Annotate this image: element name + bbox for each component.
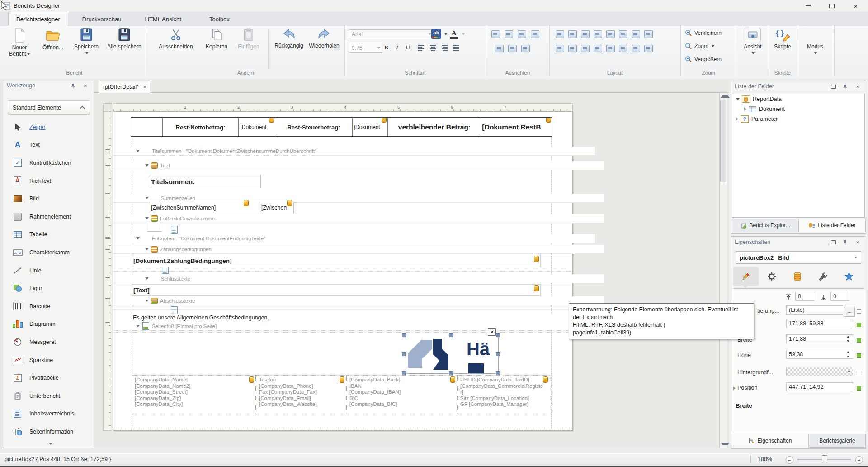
band-grip[interactable] [105, 192, 110, 195]
font-color-dropdown-icon[interactable] [462, 33, 465, 35]
redo-button[interactable]: Wiederholen [306, 28, 342, 49]
picture-box[interactable]: Hä [404, 335, 499, 374]
tab-liste-der-felder[interactable]: Liste der Felder [799, 219, 866, 232]
tool-diagramm[interactable]: Diagramm [3, 315, 94, 334]
bold-button[interactable]: B [382, 43, 391, 52]
scroll-down-icon[interactable] [721, 443, 730, 445]
center-vertically-icon[interactable] [619, 45, 627, 52]
align-justify-icon[interactable] [452, 44, 461, 52]
align-left-edges-icon[interactable] [505, 30, 513, 38]
band-fusszeile-gewerksumme[interactable]: FußzeileGewerksumme [113, 214, 604, 223]
maximize-button[interactable] [821, 0, 843, 12]
field-text[interactable]: [Text] [132, 284, 541, 296]
decrease-v-spacing-icon[interactable] [581, 45, 590, 52]
increase-v-spacing-icon[interactable] [568, 45, 577, 52]
tool-figur[interactable]: Figur [3, 279, 94, 297]
text-highlight-button[interactable]: ab [431, 29, 441, 39]
band-grip[interactable] [105, 216, 110, 219]
pin-icon[interactable] [841, 239, 849, 246]
tool-rahmenelement[interactable]: Rahmenelement [3, 208, 94, 226]
same-size-icon[interactable] [594, 30, 602, 38]
pin-icon[interactable] [69, 82, 76, 89]
table-cell-rest-netto-field[interactable]: [Dokument [238, 118, 275, 136]
company-column-legal[interactable]: USt.ID [CompanyData_TaxID][CompanyData_C… [457, 375, 550, 414]
remove-h-spacing-icon[interactable] [644, 30, 653, 38]
close-button[interactable]: × [844, 0, 867, 12]
tab-berichts-explorer[interactable]: Berichts Explor... [732, 219, 799, 232]
spinner-control[interactable] [847, 351, 852, 357]
expand-icon[interactable] [744, 107, 746, 111]
band-seitenfuss[interactable]: Seitenfuß [Einmal pro Seite] [113, 322, 595, 331]
table-cell-verbleibend-field[interactable]: [Dokument.RestB [481, 118, 552, 136]
table-cell-rest-netto-label[interactable]: Rest-Nettobetrag: [162, 118, 238, 136]
tool-messgeraet[interactable]: Messgerät [3, 333, 94, 351]
selection-handle[interactable] [496, 333, 500, 337]
table-cell-rest-steuer-label[interactable]: Rest-Steuerbetrag: [275, 118, 352, 136]
field-titelsummen-caption[interactable]: Titelsummen: [149, 175, 261, 188]
band-zahlungsbedingungen[interactable]: Zahlungsbedingungen [113, 245, 604, 254]
zoom-in-button[interactable]: Vergrößern [685, 55, 722, 63]
document-tab-close-icon[interactable]: × [143, 84, 146, 90]
band-abschlusstexte[interactable]: Abschlusstexte [113, 296, 604, 305]
tab-favorites[interactable] [836, 267, 862, 286]
table-cell-empty[interactable] [131, 118, 162, 136]
position-row[interactable]: Position 447,71; 14,92 [732, 382, 865, 394]
bring-to-front-icon[interactable] [632, 45, 640, 52]
smart-tag-button[interactable]: > [488, 328, 496, 336]
ellipsis-button[interactable]: ... [844, 307, 855, 317]
copy-button[interactable]: Kopieren [200, 28, 233, 50]
field-empty-cell[interactable] [147, 224, 162, 232]
band-fussnoten[interactable]: Fußnoten - "Dokument.DokumentEndgültigTe… [113, 234, 595, 243]
collapse-arrow-icon[interactable] [136, 150, 140, 152]
collapse-arrow-icon[interactable] [145, 164, 149, 167]
tool-text[interactable]: A Text [3, 136, 94, 154]
tool-sparkline[interactable]: Sparkline [3, 351, 94, 369]
maximize-icon[interactable] [830, 83, 837, 90]
scripts-button[interactable]: { } Skripte [769, 28, 796, 50]
tree-item-reportdata[interactable]: ReportData [732, 94, 864, 104]
padding-bottom-input[interactable]: 0 [830, 292, 849, 301]
tab-design[interactable] [810, 267, 836, 286]
collapse-arrow-icon[interactable] [136, 237, 140, 239]
align-middle-icon[interactable] [508, 45, 517, 52]
close-icon[interactable]: × [82, 82, 89, 89]
save-button[interactable]: Speichern [71, 28, 102, 56]
cut-button[interactable]: Ausschneiden [153, 28, 198, 50]
tab-data[interactable] [784, 267, 810, 286]
tool-richtext[interactable]: A RichText [3, 172, 94, 190]
tab-behavior[interactable] [759, 267, 784, 286]
canvas-vertical-scrollbar[interactable] [719, 92, 727, 448]
zoom-out-button[interactable]: − [786, 456, 793, 464]
font-size-combo[interactable]: 9,75 [349, 43, 382, 53]
mode-button[interactable]: Modus [800, 42, 830, 56]
tree-item-parameter[interactable]: ? Parameter [732, 114, 864, 124]
selection-handle[interactable] [402, 352, 406, 356]
table-cell-rest-steuer-field[interactable]: [Dokument [352, 118, 388, 136]
collapse-arrow-icon[interactable] [145, 248, 149, 250]
document-tab[interactable]: rptOfferDetail* × [99, 81, 150, 93]
tab-toolbox[interactable]: Toolbox [202, 12, 237, 26]
selection-handle[interactable] [496, 352, 500, 356]
align-center-icon[interactable] [429, 44, 438, 52]
remove-v-spacing-icon[interactable] [594, 45, 602, 52]
align-right-edges-icon[interactable] [531, 30, 539, 38]
increase-h-spacing-icon[interactable] [619, 30, 627, 38]
align-right-icon[interactable] [440, 44, 449, 52]
band-grip[interactable] [105, 276, 110, 279]
selection-handle[interactable] [449, 371, 453, 375]
tab-berichtsgalerie[interactable]: Berichtsgalerie [809, 434, 866, 448]
scrollbar-thumb[interactable] [720, 100, 726, 182]
table-cell-verbleibend-label[interactable]: verbleibender Betrag: [387, 118, 481, 136]
tool-tabelle[interactable]: Tabelle [3, 226, 94, 244]
tab-druckvorschau[interactable]: Druckvorschau [75, 12, 129, 26]
formatting-rules-value[interactable]: (Liste) [786, 305, 843, 315]
align-top-icon[interactable] [495, 45, 504, 52]
selection-handle[interactable] [449, 333, 453, 337]
collapse-arrow-icon[interactable] [145, 277, 149, 280]
tool-unterbericht[interactable]: Unterbericht [3, 387, 94, 405]
close-icon[interactable]: × [854, 83, 861, 90]
zoom-button[interactable]: Zoom [685, 42, 714, 50]
align-centers-icon[interactable] [518, 30, 526, 38]
expand-icon[interactable] [733, 386, 736, 390]
tab-berichtsdesigner[interactable]: Berichtsdesigner [8, 12, 68, 26]
